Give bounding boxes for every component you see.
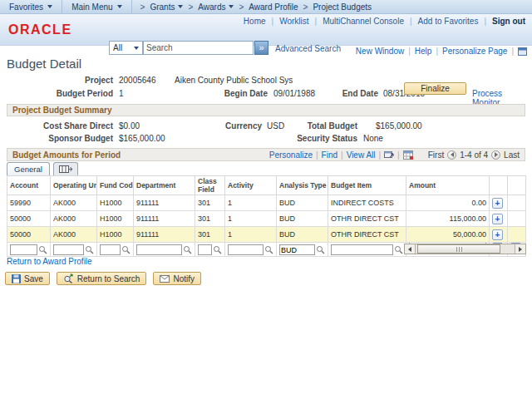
lookup-icon[interactable]: [394, 245, 403, 254]
separator: |: [316, 150, 318, 160]
tab-general-label: General: [14, 165, 42, 174]
breadcrumb-grants[interactable]: Grants: [150, 2, 183, 12]
add-row-button[interactable]: +: [492, 214, 503, 224]
department-entry-input[interactable]: [136, 244, 182, 255]
pager-first[interactable]: First: [428, 150, 444, 160]
search-return-icon: [63, 273, 74, 283]
cell-analysis-type: BUD: [277, 227, 328, 243]
save-disk-icon: [12, 274, 21, 283]
return-to-search-button[interactable]: Return to Search: [57, 272, 147, 285]
project-description: Aiken County Public School Sys: [175, 76, 293, 85]
zoom-popup-icon[interactable]: [384, 150, 394, 159]
notify-button[interactable]: Notify: [153, 272, 201, 285]
chevron-down-icon: [47, 5, 52, 8]
breadcrumb-separator: >: [140, 2, 145, 12]
breadcrumb: Favorites Main Menu > Grants > Awards > …: [0, 0, 532, 14]
cell-account: 59990: [7, 195, 51, 211]
cell-analysis-type: BUD: [277, 195, 328, 211]
horizontal-scrollbar[interactable]: [404, 244, 526, 254]
activity-entry-input[interactable]: [228, 244, 264, 255]
scrollbar-thumb[interactable]: [417, 244, 500, 254]
pager-prev-icon: [451, 152, 454, 157]
return-to-award-profile-link[interactable]: Return to Award Profile: [7, 257, 92, 266]
separator: |: [511, 47, 514, 56]
sign-out-link[interactable]: Sign out: [492, 17, 525, 26]
scrollbar-track[interactable]: [416, 244, 515, 254]
breadcrumb-award-profile[interactable]: Award Profile: [249, 2, 298, 12]
show-all-columns-tab[interactable]: [53, 162, 78, 175]
operating-unit-entry-input[interactable]: [53, 244, 84, 255]
save-button[interactable]: Save: [5, 272, 50, 285]
table-row: 59990 AK000 H1000 911111 301 1 BUD INDIR…: [7, 195, 526, 211]
home-link[interactable]: Home: [244, 17, 266, 26]
cell-account: 50000: [7, 211, 51, 227]
col-department: Department: [134, 176, 195, 195]
personalize-link[interactable]: Personalize: [269, 150, 313, 160]
search-scope-select[interactable]: All: [109, 41, 143, 55]
breadcrumb-awards[interactable]: Awards: [198, 2, 234, 12]
find-link[interactable]: Find: [322, 150, 337, 160]
table-header-row: Account Operating Unit Fund Code Departm…: [7, 176, 526, 195]
col-amount: Amount: [406, 176, 490, 195]
analysis-type-entry-input[interactable]: [279, 244, 315, 255]
budget-period-value: 1: [119, 89, 124, 98]
breadcrumb-separator: >: [239, 2, 244, 12]
notify-envelope-icon: [160, 275, 170, 283]
favorites-menu[interactable]: Favorites: [0, 0, 62, 13]
cell-operating-unit: AK000: [51, 211, 97, 227]
col-activity: Activity: [225, 176, 277, 195]
grid-controls: Personalize | Find | View All | | First: [269, 150, 520, 160]
breadcrumb-separator: >: [303, 2, 308, 12]
add-row-button[interactable]: +: [492, 198, 503, 209]
lookup-icon[interactable]: [316, 245, 325, 254]
budget-item-entry-input[interactable]: [331, 244, 393, 255]
search-input[interactable]: [143, 41, 254, 55]
tab-general[interactable]: General: [7, 162, 50, 175]
lookup-icon[interactable]: [213, 245, 222, 254]
personalize-page-link[interactable]: Personalize Page: [442, 47, 507, 56]
begin-date-value: 09/01/1988: [273, 89, 315, 98]
layout-window-icon[interactable]: [518, 47, 527, 56]
lookup-icon[interactable]: [183, 245, 192, 254]
cell-analysis-type: BUD: [277, 211, 328, 227]
advanced-search-link[interactable]: Advanced Search: [275, 44, 341, 53]
cell-budget-item: OTHR DIRECT CST: [328, 211, 406, 227]
cell-department: 911111: [134, 195, 195, 211]
separator: |: [408, 47, 411, 56]
scroll-right-button[interactable]: [515, 244, 525, 254]
scroll-left-button[interactable]: [405, 244, 416, 254]
page-action-bar: New Window | Help | Personalize Page |: [356, 47, 527, 56]
cell-operating-unit: AK000: [51, 227, 97, 243]
cell-class-field: 301: [195, 211, 225, 227]
lookup-icon[interactable]: [85, 245, 94, 254]
cell-fund-code: H1000: [97, 211, 134, 227]
add-row-button[interactable]: +: [492, 229, 503, 240]
fund-code-entry-input[interactable]: [100, 244, 121, 255]
cell-amount: 0.00: [406, 195, 490, 211]
pager-prev-button[interactable]: [447, 150, 456, 160]
class-field-entry-input[interactable]: [198, 244, 212, 255]
lookup-icon[interactable]: [264, 245, 273, 254]
pager-last[interactable]: Last: [504, 150, 520, 160]
lookup-icon[interactable]: [121, 245, 131, 254]
view-all-link[interactable]: View All: [347, 150, 376, 160]
security-status-label: Security Status: [283, 134, 357, 143]
finalize-button[interactable]: Finalize: [404, 82, 466, 95]
account-entry-input[interactable]: [10, 244, 37, 255]
cell-blank: [508, 211, 526, 227]
download-spreadsheet-icon[interactable]: [403, 150, 413, 160]
multichannel-console-link[interactable]: MultiChannel Console: [323, 17, 404, 26]
lookup-icon[interactable]: [38, 245, 47, 254]
breadcrumb-trail: > Grants > Awards > Award Profile > Proj…: [132, 2, 372, 12]
worklist-link[interactable]: Worklist: [279, 17, 308, 26]
new-window-link[interactable]: New Window: [356, 47, 404, 56]
col-remove: [508, 176, 526, 195]
total-budget-value: $165,000.00: [376, 121, 422, 131]
breadcrumb-current-page: Project Budgets: [313, 2, 372, 12]
search-go-button[interactable]: »: [254, 41, 268, 55]
pager-next-button[interactable]: [491, 150, 500, 160]
security-status-value: None: [363, 134, 383, 143]
main-menu[interactable]: Main Menu: [62, 0, 131, 13]
help-link[interactable]: Help: [415, 47, 432, 56]
add-to-favorites-link[interactable]: Add to Favorites: [418, 17, 479, 26]
